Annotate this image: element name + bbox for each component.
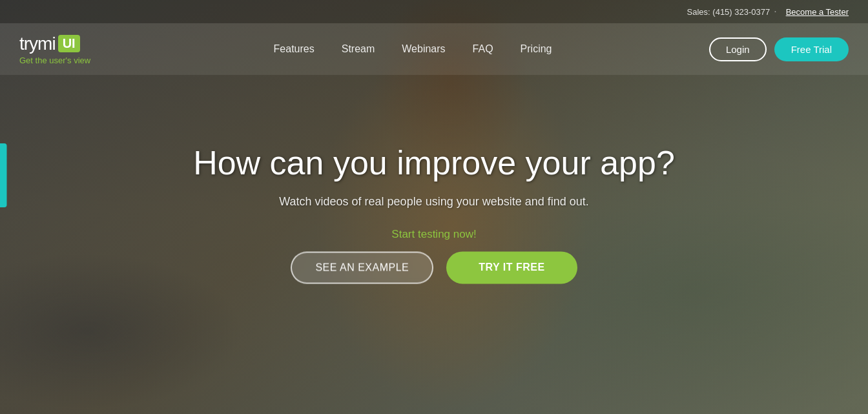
hero-cta-label: Start testing now! — [143, 229, 725, 242]
top-bar-separator: · — [774, 6, 776, 17]
logo-text: trymi UI — [19, 34, 90, 54]
logo[interactable]: trymi UI Get the user's view — [19, 34, 90, 65]
see-example-button[interactable]: SEE AN EXAMPLE — [291, 252, 433, 284]
nav-actions: Login Free Trial — [709, 37, 849, 61]
main-nav: Features Stream Webinars FAQ Pricing — [116, 38, 709, 60]
login-button[interactable]: Login — [709, 37, 767, 61]
nav-features[interactable]: Features — [264, 38, 325, 60]
contact-tab[interactable]: Contact us — [0, 143, 7, 207]
header: trymi UI Get the user's view Features St… — [0, 23, 868, 75]
hero-section: How can you improve your app? Watch vide… — [143, 144, 725, 284]
become-tester-link[interactable]: Become a Tester — [786, 7, 849, 17]
free-trial-button[interactable]: Free Trial — [774, 37, 849, 61]
try-it-free-button[interactable]: TRY IT FREE — [446, 252, 577, 284]
nav-stream[interactable]: Stream — [331, 38, 386, 60]
logo-trymi: trymi — [19, 34, 56, 54]
nav-webinars[interactable]: Webinars — [391, 38, 455, 60]
top-bar: Sales: (415) 323-0377 · Become a Tester — [0, 0, 868, 23]
logo-tagline: Get the user's view — [19, 56, 90, 65]
logo-ui-badge: UI — [58, 35, 80, 52]
nav-faq[interactable]: FAQ — [462, 38, 504, 60]
hero-buttons: SEE AN EXAMPLE TRY IT FREE — [143, 252, 725, 284]
hero-headline: How can you improve your app? — [143, 144, 725, 183]
nav-pricing[interactable]: Pricing — [510, 38, 563, 60]
sales-text: Sales: (415) 323-0377 — [687, 7, 770, 17]
hero-subtext: Watch videos of real people using your w… — [143, 196, 725, 209]
